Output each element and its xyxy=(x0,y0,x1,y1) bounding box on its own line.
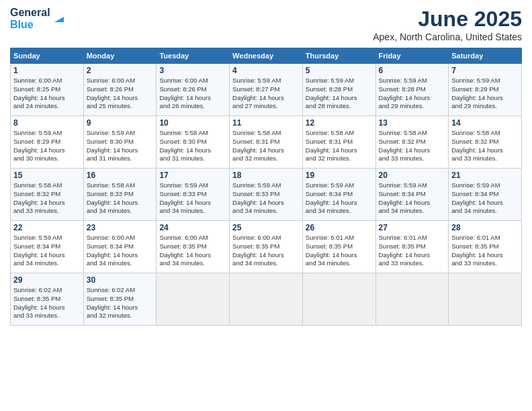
calendar-table: SundayMondayTuesdayWednesdayThursdayFrid… xyxy=(10,48,522,326)
calendar-cell: 23 Sunrise: 6:00 AM Sunset: 8:34 PM Dayl… xyxy=(83,221,157,273)
day-number: 16 xyxy=(87,171,154,180)
calendar-cell: 12 Sunrise: 5:58 AM Sunset: 8:31 PM Dayl… xyxy=(302,116,375,169)
day-number: 2 xyxy=(87,66,154,75)
calendar-cell: 3 Sunrise: 6:00 AM Sunset: 8:26 PM Dayli… xyxy=(157,64,230,116)
title-block: June 2025 Apex, North Carolina, United S… xyxy=(373,7,522,42)
day-number: 28 xyxy=(451,223,519,232)
day-number: 5 xyxy=(306,66,373,75)
day-number: 7 xyxy=(451,66,519,75)
day-number: 22 xyxy=(13,223,81,232)
day-number: 19 xyxy=(306,171,373,180)
page-container: General Blue June 2025 Apex, North Carol… xyxy=(0,0,532,411)
calendar-header-saturday: Saturday xyxy=(449,48,522,64)
day-info: Sunrise: 5:58 AM Sunset: 8:31 PM Dayligh… xyxy=(232,129,300,163)
month-title: June 2025 xyxy=(373,7,522,32)
calendar-header-thursday: Thursday xyxy=(302,48,375,64)
calendar-cell: 14 Sunrise: 5:58 AM Sunset: 8:32 PM Dayl… xyxy=(449,116,522,169)
day-info: Sunrise: 6:01 AM Sunset: 8:35 PM Dayligh… xyxy=(451,234,519,268)
day-info: Sunrise: 5:59 AM Sunset: 8:34 PM Dayligh… xyxy=(379,181,446,216)
calendar-cell: 22 Sunrise: 5:59 AM Sunset: 8:34 PM Dayl… xyxy=(11,221,84,273)
day-info: Sunrise: 6:02 AM Sunset: 8:35 PM Dayligh… xyxy=(13,286,81,320)
calendar-cell xyxy=(157,273,230,326)
logo: General Blue xyxy=(10,7,66,30)
calendar-cell: 21 Sunrise: 5:59 AM Sunset: 8:34 PM Dayl… xyxy=(449,169,522,221)
calendar-cell: 19 Sunrise: 5:59 AM Sunset: 8:34 PM Dayl… xyxy=(302,169,375,221)
day-number: 13 xyxy=(379,118,446,128)
day-number: 25 xyxy=(232,223,300,232)
calendar-header-wednesday: Wednesday xyxy=(230,48,303,64)
calendar-cell: 27 Sunrise: 6:01 AM Sunset: 8:35 PM Dayl… xyxy=(375,221,449,273)
calendar-cell: 18 Sunrise: 5:59 AM Sunset: 8:33 PM Dayl… xyxy=(230,169,303,221)
day-number: 12 xyxy=(306,118,373,128)
calendar-cell: 1 Sunrise: 6:00 AM Sunset: 8:25 PM Dayli… xyxy=(11,64,84,116)
day-number: 11 xyxy=(232,118,300,128)
day-number: 9 xyxy=(87,118,154,128)
day-number: 1 xyxy=(13,66,81,75)
day-info: Sunrise: 6:01 AM Sunset: 8:35 PM Dayligh… xyxy=(379,234,446,268)
calendar-cell: 26 Sunrise: 6:01 AM Sunset: 8:35 PM Dayl… xyxy=(302,221,375,273)
day-number: 20 xyxy=(379,171,446,180)
day-number: 10 xyxy=(159,118,226,128)
day-number: 15 xyxy=(13,171,81,180)
calendar-header-row: SundayMondayTuesdayWednesdayThursdayFrid… xyxy=(11,48,522,64)
calendar-cell xyxy=(449,273,522,326)
location: Apex, North Carolina, United States xyxy=(373,32,522,42)
day-info: Sunrise: 5:58 AM Sunset: 8:32 PM Dayligh… xyxy=(379,129,446,163)
day-number: 21 xyxy=(451,171,519,180)
logo-triangle-icon xyxy=(52,10,66,25)
calendar-cell xyxy=(302,273,375,326)
calendar-cell: 2 Sunrise: 6:00 AM Sunset: 8:26 PM Dayli… xyxy=(83,64,157,116)
calendar-cell: 13 Sunrise: 5:58 AM Sunset: 8:32 PM Dayl… xyxy=(375,116,449,169)
day-info: Sunrise: 5:59 AM Sunset: 8:33 PM Dayligh… xyxy=(159,181,226,216)
calendar-cell: 28 Sunrise: 6:01 AM Sunset: 8:35 PM Dayl… xyxy=(449,221,522,273)
day-info: Sunrise: 5:59 AM Sunset: 8:28 PM Dayligh… xyxy=(379,77,446,111)
day-info: Sunrise: 5:58 AM Sunset: 8:32 PM Dayligh… xyxy=(451,129,519,163)
calendar-cell: 11 Sunrise: 5:58 AM Sunset: 8:31 PM Dayl… xyxy=(230,116,303,169)
calendar-cell xyxy=(375,273,449,326)
day-info: Sunrise: 6:00 AM Sunset: 8:35 PM Dayligh… xyxy=(232,234,300,268)
calendar-header-monday: Monday xyxy=(83,48,157,64)
calendar-header-sunday: Sunday xyxy=(11,48,84,64)
day-info: Sunrise: 6:00 AM Sunset: 8:35 PM Dayligh… xyxy=(159,234,226,268)
day-info: Sunrise: 5:59 AM Sunset: 8:34 PM Dayligh… xyxy=(13,234,81,268)
logo-blue: Blue xyxy=(10,19,50,31)
day-number: 18 xyxy=(232,171,300,180)
day-info: Sunrise: 5:59 AM Sunset: 8:27 PM Dayligh… xyxy=(232,77,300,111)
day-number: 29 xyxy=(13,275,81,285)
calendar-cell: 9 Sunrise: 5:59 AM Sunset: 8:30 PM Dayli… xyxy=(83,116,157,169)
logo-brand: General Blue xyxy=(10,7,66,30)
calendar-cell: 15 Sunrise: 5:58 AM Sunset: 8:32 PM Dayl… xyxy=(11,169,84,221)
calendar-cell: 5 Sunrise: 5:59 AM Sunset: 8:28 PM Dayli… xyxy=(302,64,375,116)
calendar-cell: 16 Sunrise: 5:58 AM Sunset: 8:33 PM Dayl… xyxy=(83,169,157,221)
calendar-cell: 4 Sunrise: 5:59 AM Sunset: 8:27 PM Dayli… xyxy=(230,64,303,116)
calendar-cell: 10 Sunrise: 5:58 AM Sunset: 8:30 PM Dayl… xyxy=(157,116,230,169)
day-info: Sunrise: 6:00 AM Sunset: 8:26 PM Dayligh… xyxy=(87,77,154,111)
calendar-header-friday: Friday xyxy=(375,48,449,64)
day-number: 4 xyxy=(232,66,300,75)
day-info: Sunrise: 5:59 AM Sunset: 8:30 PM Dayligh… xyxy=(87,129,154,163)
calendar-cell: 25 Sunrise: 6:00 AM Sunset: 8:35 PM Dayl… xyxy=(230,221,303,273)
calendar-cell: 7 Sunrise: 5:59 AM Sunset: 8:29 PM Dayli… xyxy=(449,64,522,116)
calendar-cell: 6 Sunrise: 5:59 AM Sunset: 8:28 PM Dayli… xyxy=(375,64,449,116)
calendar-cell: 29 Sunrise: 6:02 AM Sunset: 8:35 PM Dayl… xyxy=(11,273,84,326)
calendar-cell: 8 Sunrise: 5:59 AM Sunset: 8:29 PM Dayli… xyxy=(11,116,84,169)
day-info: Sunrise: 5:59 AM Sunset: 8:29 PM Dayligh… xyxy=(13,129,81,163)
day-info: Sunrise: 5:58 AM Sunset: 8:30 PM Dayligh… xyxy=(159,129,226,163)
day-number: 30 xyxy=(87,275,154,285)
page-header: General Blue June 2025 Apex, North Carol… xyxy=(10,7,522,42)
day-number: 23 xyxy=(87,223,154,232)
calendar-cell: 20 Sunrise: 5:59 AM Sunset: 8:34 PM Dayl… xyxy=(375,169,449,221)
day-info: Sunrise: 6:00 AM Sunset: 8:25 PM Dayligh… xyxy=(13,77,81,111)
logo-general: General xyxy=(10,7,50,19)
calendar-header-tuesday: Tuesday xyxy=(157,48,230,64)
day-number: 27 xyxy=(379,223,446,232)
day-info: Sunrise: 6:02 AM Sunset: 8:35 PM Dayligh… xyxy=(87,286,154,320)
day-info: Sunrise: 5:58 AM Sunset: 8:31 PM Dayligh… xyxy=(306,129,373,163)
calendar-cell xyxy=(230,273,303,326)
day-info: Sunrise: 5:59 AM Sunset: 8:34 PM Dayligh… xyxy=(451,181,519,216)
day-info: Sunrise: 5:58 AM Sunset: 8:32 PM Dayligh… xyxy=(13,181,81,216)
day-number: 26 xyxy=(306,223,373,232)
day-number: 8 xyxy=(13,118,81,128)
day-number: 24 xyxy=(159,223,226,232)
day-info: Sunrise: 6:01 AM Sunset: 8:35 PM Dayligh… xyxy=(306,234,373,268)
